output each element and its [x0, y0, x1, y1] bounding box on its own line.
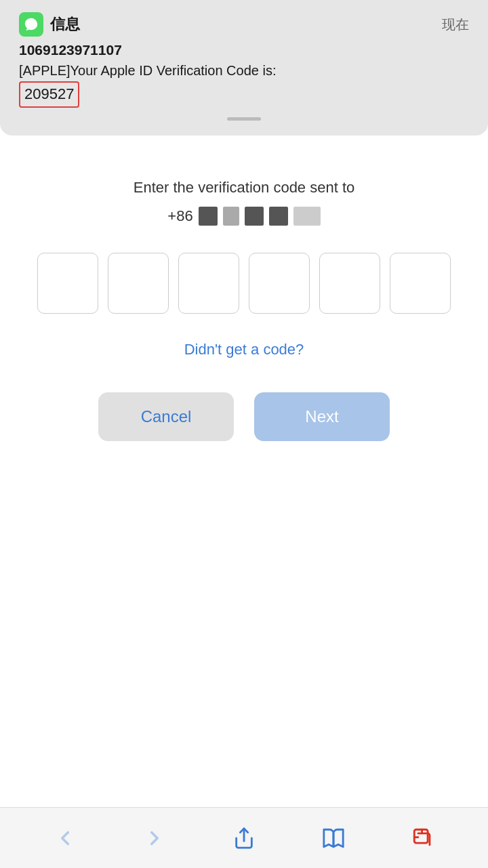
notification-body-text: [APPLE]Your Apple ID Verification Code i…: [19, 63, 276, 78]
phone-prefix: +86: [167, 207, 192, 225]
phone-segment-5: [293, 207, 321, 226]
tabs-button[interactable]: [411, 827, 434, 850]
phone-segment-2: [223, 207, 239, 226]
code-input-group: [37, 253, 451, 314]
notification-app-name: 信息: [50, 14, 80, 35]
forward-button[interactable]: [143, 827, 166, 850]
notification-handle: [227, 117, 261, 121]
next-button[interactable]: Next: [254, 392, 390, 441]
bookmarks-button[interactable]: [322, 827, 345, 850]
back-button[interactable]: [54, 827, 77, 850]
phone-segment-1: [199, 207, 218, 226]
phone-number-row: +86: [167, 207, 320, 226]
notification-body: [APPLE]Your Apple ID Verification Code i…: [19, 61, 469, 108]
code-box-1[interactable]: [37, 253, 98, 314]
phone-segment-3: [245, 207, 264, 226]
cancel-button[interactable]: Cancel: [98, 392, 234, 441]
notification-time: 现在: [442, 16, 469, 34]
code-box-3[interactable]: [178, 253, 239, 314]
share-button[interactable]: [232, 827, 256, 850]
messages-icon: [19, 12, 43, 37]
notification-app: 信息: [19, 12, 80, 37]
code-box-5[interactable]: [319, 253, 380, 314]
instruction-text: Enter the verification code sent to: [134, 176, 355, 199]
notification-header: 信息 现在: [19, 12, 469, 37]
phone-segment-4: [269, 207, 288, 226]
main-content: Enter the verification code sent to +86 …: [0, 136, 488, 495]
notification-sender: 1069123971107: [19, 42, 469, 58]
code-box-2[interactable]: [108, 253, 169, 314]
notification-banner: 信息 现在 1069123971107 [APPLE]Your Apple ID…: [0, 0, 488, 136]
code-box-4[interactable]: [249, 253, 310, 314]
code-box-6[interactable]: [390, 253, 451, 314]
resend-link[interactable]: Didn't get a code?: [184, 341, 304, 358]
notification-code: 209527: [19, 81, 79, 108]
safari-nav-bar: [0, 807, 488, 868]
buttons-row: Cancel Next: [98, 392, 390, 441]
